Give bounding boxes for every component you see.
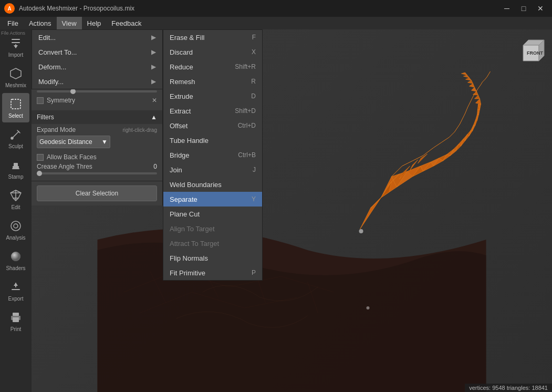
edit-item-label: Edit...	[38, 34, 56, 42]
menu-actions[interactable]: Actions	[24, 17, 57, 29]
svg-marker-58	[473, 125, 475, 131]
svg-marker-80	[468, 80, 473, 84]
submenu-flip-normals[interactable]: Flip Normals	[163, 251, 262, 265]
minimize-button[interactable]: ─	[499, 3, 514, 14]
svg-point-15	[14, 224, 18, 228]
menu-file[interactable]: File	[2, 17, 24, 29]
plane-cut-label: Plane Cut	[170, 210, 200, 218]
sidebar-item-select[interactable]: Select	[2, 93, 29, 122]
expand-mode-dropdown[interactable]: Geodesic Distance ▼	[37, 136, 110, 148]
crease-angle-label: Crease Angle Thres	[37, 163, 153, 170]
bridge-label: Bridge	[170, 151, 190, 159]
svg-rect-23	[13, 318, 19, 322]
view-cube-svg: FRONT	[515, 35, 547, 66]
tube-handle-label: Tube Handle	[170, 137, 209, 145]
sidebar: File Actions Import Meshmix Select Sculp	[0, 29, 32, 392]
submenu-fit-primitive[interactable]: Fit Primitive P	[163, 265, 262, 280]
sculpt-icon	[8, 127, 23, 142]
sidebar-item-shaders[interactable]: Shaders	[2, 245, 29, 275]
submenu-join[interactable]: Join J	[163, 162, 262, 177]
sidebar-item-meshmix[interactable]: Meshmix	[2, 63, 29, 92]
svg-rect-21	[13, 313, 19, 316]
crease-angle-slider[interactable]	[37, 172, 157, 174]
attract-to-target-label: Attract To Target	[170, 240, 219, 247]
submenu-plane-cut[interactable]: Plane Cut	[163, 207, 262, 221]
svg-text:FRONT: FRONT	[527, 50, 543, 56]
menu-feedback[interactable]: Feedback	[106, 17, 147, 29]
svg-marker-3	[14, 45, 18, 48]
clear-selection-button[interactable]: Clear Selection	[37, 185, 157, 201]
maximize-button[interactable]: □	[516, 3, 531, 14]
svg-rect-18	[12, 289, 20, 290]
allow-back-faces-row: Allow Back Faces	[32, 153, 162, 161]
svg-point-17	[11, 252, 20, 261]
analysis-label: Analysis	[6, 235, 25, 241]
submenu-offset[interactable]: Offset Ctrl+D	[163, 118, 262, 133]
sidebar-item-analysis[interactable]: Analysis	[2, 215, 29, 244]
svg-marker-83	[462, 73, 467, 75]
edit-submenu: Erase & Fill F Discard X Reduce Shift+R …	[163, 29, 263, 281]
join-shortcut: J	[253, 166, 256, 173]
sidebar-item-print[interactable]: Print	[2, 306, 29, 336]
crease-angle-row: Crease Angle Thres 0	[32, 163, 162, 170]
submenu-erase-fill[interactable]: Erase & Fill F	[163, 30, 262, 45]
import-label: Import	[8, 52, 23, 58]
modify-submenu-arrow: ▶	[151, 78, 156, 85]
edit-icon	[8, 188, 23, 203]
erase-fill-label: Erase & Fill	[170, 34, 204, 42]
separate-shortcut: Y	[252, 195, 256, 203]
submenu-reduce[interactable]: Reduce Shift+R	[163, 59, 262, 74]
menu-view[interactable]: View	[57, 17, 82, 29]
sidebar-item-export[interactable]: Export	[2, 276, 29, 305]
submenu-separate[interactable]: Separate Y	[163, 192, 262, 207]
symmetry-checkbox[interactable]	[37, 97, 44, 104]
convert-item-label: Convert To...	[38, 48, 77, 56]
expand-mode-value: Geodesic Distance	[39, 138, 92, 146]
submenu-remesh[interactable]: Remesh R	[163, 74, 262, 89]
expand-mode-label: Expand Mode	[37, 126, 76, 133]
submenu-weld-boundaries[interactable]: Weld Boundaries	[163, 177, 262, 192]
sidebar-item-edit[interactable]: Edit	[2, 184, 29, 214]
sidebar-item-sculpt[interactable]: Sculpt	[2, 123, 29, 153]
edit-menu-convert[interactable]: Convert To... ▶	[32, 45, 162, 59]
modify-item-label: Modify...	[38, 78, 64, 86]
sidebar-item-import[interactable]: Import	[2, 32, 29, 61]
submenu-extract[interactable]: Extract Shift+D	[163, 104, 262, 118]
edit-menu-modify[interactable]: Modify... ▶	[32, 74, 162, 89]
edit-submenu-arrow: ▶	[151, 34, 156, 41]
allow-back-faces-checkbox[interactable]	[37, 154, 44, 161]
svg-point-85	[367, 306, 370, 310]
svg-marker-76	[475, 95, 480, 99]
menu-help[interactable]: Help	[82, 17, 107, 29]
submenu-bridge[interactable]: Bridge Ctrl+B	[163, 148, 262, 162]
sculpt-label: Sculpt	[8, 143, 23, 149]
stamp-label: Stamp	[8, 174, 24, 180]
symmetry-settings-icon[interactable]: ✕	[152, 97, 157, 104]
import-icon	[8, 36, 23, 50]
allow-back-faces-label: Allow Back Faces	[47, 153, 97, 161]
remesh-shortcut: R	[251, 78, 256, 85]
statusbar: vertices: 9548 triangles: 18841	[465, 384, 552, 392]
filters-collapse-icon[interactable]: ▲	[151, 114, 157, 121]
svg-marker-62	[477, 115, 479, 120]
sidebar-item-stamp[interactable]: Stamp	[2, 154, 29, 183]
submenu-discard[interactable]: Discard X	[163, 45, 262, 59]
svg-marker-75	[476, 99, 481, 104]
svg-marker-79	[470, 84, 475, 87]
select-icon	[8, 97, 23, 111]
submenu-extrude[interactable]: Extrude D	[163, 89, 262, 104]
submenu-tube-handle[interactable]: Tube Handle	[163, 133, 262, 148]
size-slider[interactable]	[37, 90, 157, 92]
view-cube[interactable]: FRONT	[515, 35, 547, 66]
close-button[interactable]: ✕	[533, 3, 548, 14]
extrude-shortcut: D	[251, 92, 256, 100]
bridge-shortcut: Ctrl+B	[238, 151, 256, 159]
edit-menu-edit[interactable]: Edit... ▶	[32, 30, 162, 45]
svg-rect-8	[14, 163, 18, 167]
edit-menu-deform[interactable]: Deform... ▶	[32, 59, 162, 74]
meshmix-icon	[8, 66, 23, 81]
filters-label: Filters	[37, 114, 54, 121]
svg-rect-1	[12, 42, 20, 43]
shaders-icon	[8, 249, 23, 264]
submenu-align-to-target: Align To Target	[163, 221, 262, 236]
